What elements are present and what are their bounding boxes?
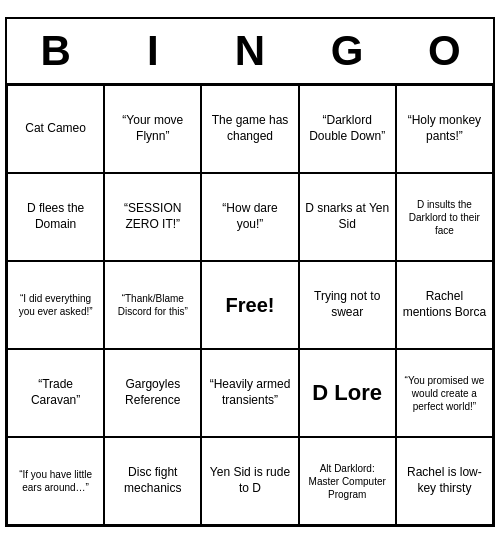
bingo-cell-18[interactable]: D Lore bbox=[299, 349, 396, 437]
bingo-card: B I N G O Cat Cameo“Your move Flynn”The … bbox=[5, 17, 495, 527]
bingo-cell-9[interactable]: D insults the Darklord to their face bbox=[396, 173, 493, 261]
bingo-cell-5[interactable]: D flees the Domain bbox=[7, 173, 104, 261]
bingo-cell-2[interactable]: The game has changed bbox=[201, 85, 298, 173]
bingo-cell-7[interactable]: “How dare you!” bbox=[201, 173, 298, 261]
bingo-cell-10[interactable]: “I did everything you ever asked!” bbox=[7, 261, 104, 349]
letter-b: B bbox=[11, 27, 101, 75]
bingo-cell-22[interactable]: Yen Sid is rude to D bbox=[201, 437, 298, 525]
bingo-cell-4[interactable]: “Holy monkey pants!” bbox=[396, 85, 493, 173]
bingo-cell-0[interactable]: Cat Cameo bbox=[7, 85, 104, 173]
letter-o: O bbox=[399, 27, 489, 75]
bingo-grid: Cat Cameo“Your move Flynn”The game has c… bbox=[7, 83, 493, 525]
bingo-cell-21[interactable]: Disc fight mechanics bbox=[104, 437, 201, 525]
bingo-cell-12[interactable]: Free! bbox=[201, 261, 298, 349]
bingo-cell-11[interactable]: “Thank/Blame Discord for this” bbox=[104, 261, 201, 349]
bingo-cell-20[interactable]: “If you have little ears around…” bbox=[7, 437, 104, 525]
bingo-cell-24[interactable]: Rachel is low-key thirsty bbox=[396, 437, 493, 525]
bingo-cell-23[interactable]: Alt Darklord: Master Computer Program bbox=[299, 437, 396, 525]
bingo-cell-17[interactable]: “Heavily armed transients” bbox=[201, 349, 298, 437]
letter-g: G bbox=[302, 27, 392, 75]
bingo-cell-8[interactable]: D snarks at Yen Sid bbox=[299, 173, 396, 261]
letter-i: I bbox=[108, 27, 198, 75]
bingo-cell-15[interactable]: “Trade Caravan” bbox=[7, 349, 104, 437]
bingo-cell-3[interactable]: “Darklord Double Down” bbox=[299, 85, 396, 173]
bingo-cell-14[interactable]: Rachel mentions Borca bbox=[396, 261, 493, 349]
bingo-cell-19[interactable]: “You promised we would create a perfect … bbox=[396, 349, 493, 437]
bingo-cell-13[interactable]: Trying not to swear bbox=[299, 261, 396, 349]
bingo-cell-1[interactable]: “Your move Flynn” bbox=[104, 85, 201, 173]
bingo-cell-16[interactable]: Gargoyles Reference bbox=[104, 349, 201, 437]
letter-n: N bbox=[205, 27, 295, 75]
bingo-header: B I N G O bbox=[7, 19, 493, 83]
bingo-cell-6[interactable]: “SESSION ZERO IT!” bbox=[104, 173, 201, 261]
